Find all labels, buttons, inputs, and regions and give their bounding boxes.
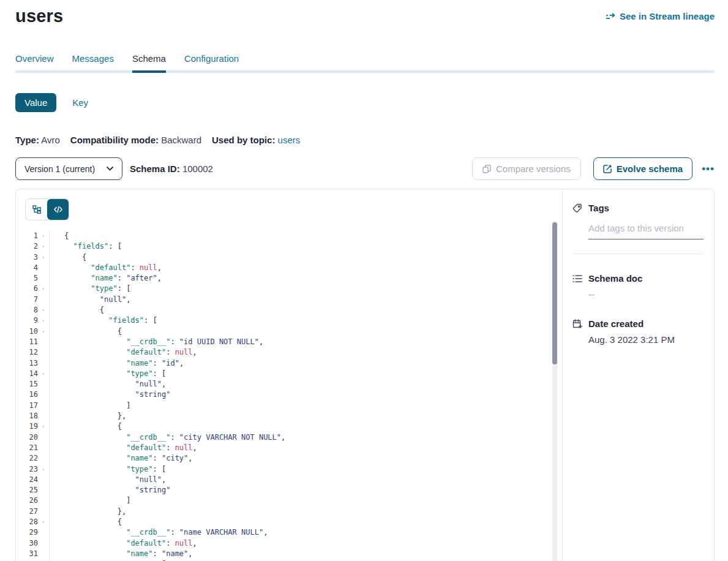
tab-configuration[interactable]: Configuration [184,53,239,70]
code-line: 10▾ { [16,326,562,337]
line-number: 6 [16,284,38,294]
code-text: { [50,231,69,241]
fold-toggle-icon[interactable]: ▾ [38,252,50,263]
line-number: 27 [16,506,38,517]
code-text: "default": null, [50,538,197,549]
line-number: 24 [16,475,38,485]
code-line: 5 "name": "after", [16,273,562,284]
fold-gutter [38,273,50,284]
line-number: 7 [16,295,38,305]
code-line: 8▾ { [16,305,562,315]
tab-bar: OverviewMessagesSchemaConfiguration [15,53,715,73]
meta-label: Type: [15,135,39,145]
fold-gutter [38,432,50,443]
stream-lineage-label: See in Stream lineage [620,11,715,21]
code-line: 31 "name": "name", [16,549,562,559]
code-line: 24 "null", [16,475,562,485]
line-number: 19 [16,421,38,432]
line-number: 28 [16,517,38,527]
version-select[interactable]: Version 1 (current) [15,157,122,180]
key-toggle-link[interactable]: Key [72,97,88,108]
tags-title: Tags [588,203,609,213]
code-text: { [50,305,104,315]
fold-gutter [38,337,50,347]
version-toolbar: Version 1 (current) Schema ID: 100002 Co… [15,157,715,180]
code-view-icon [54,206,62,213]
fold-toggle-icon[interactable]: ▾ [38,241,50,252]
tag-icon [572,203,582,213]
evolve-schema-button[interactable]: Evolve schema [593,157,692,180]
code-text: "fields": [ [50,241,122,252]
date-created-value: Aug. 3 2022 3:21 PM [588,334,703,345]
fold-toggle-icon[interactable]: ▾ [38,369,50,379]
code-text: "__crdb__": "name VARCHAR NULL", [50,527,268,538]
code-text: { [50,517,122,527]
code-line: 6▾ "type": [ [16,284,562,294]
schema-id: Schema ID: 100002 [130,164,213,174]
code-text: "null", [50,295,130,305]
code-line: 19▾ { [16,421,562,432]
topic-link[interactable]: users [275,135,300,145]
fold-gutter [38,390,50,400]
tab-messages[interactable]: Messages [72,53,114,70]
line-number: 9 [16,315,38,326]
code-text: "type": [ [50,369,166,379]
code-text: }, [50,411,126,421]
fold-toggle-icon[interactable]: ▾ [38,326,50,337]
code-text: "__crdb__": "city VARCHAR NOT NULL", [50,432,285,443]
line-number: 20 [16,432,38,443]
value-toggle-button[interactable]: Value [15,93,56,112]
code-text: "default": null, [50,347,197,358]
page-title: users [15,6,63,26]
tree-view-toggle-button[interactable] [26,199,47,220]
stream-lineage-link[interactable]: See in Stream lineage [606,11,715,21]
compare-versions-button[interactable]: Compare versions [472,157,581,180]
fold-toggle-icon[interactable]: ▾ [38,464,50,475]
schema-detail-card: 1▾{2▾ "fields": [3▾ {4 "default": null,5… [15,189,715,561]
code-line: 7 "null", [16,295,562,305]
code-text: "string" [50,485,170,495]
fold-gutter [38,475,50,485]
tab-overview[interactable]: Overview [15,53,54,70]
fold-gutter [38,506,50,517]
code-line: 14▾ "type": [ [16,369,562,379]
fold-toggle-icon[interactable]: ▾ [38,517,50,527]
edit-icon [603,165,612,173]
calendar-plus-icon [572,319,582,329]
meta-compatibility-mode: Compatibility mode: Backward [70,135,201,145]
tags-input[interactable] [588,223,704,239]
code-text: "null", [50,379,166,390]
meta-type: Type: Avro [15,135,60,145]
fold-toggle-icon[interactable]: ▾ [38,284,50,294]
line-number: 5 [16,273,38,284]
code-line: 22 "name": "city", [16,453,562,464]
line-number: 1 [16,231,38,241]
chevron-down-icon [107,167,113,171]
editor-scrollbar[interactable] [552,221,557,561]
schema-editor-panel: 1▾{2▾ "fields": [3▾ {4 "default": null,5… [16,189,562,561]
fold-gutter [38,538,50,549]
scrollbar-thumb[interactable] [552,222,557,364]
tab-schema[interactable]: Schema [132,53,166,70]
fold-gutter [38,527,50,538]
fold-toggle-icon[interactable]: ▾ [38,305,50,315]
meta-value: Backward [159,135,201,145]
fold-gutter [38,295,50,305]
line-number: 15 [16,379,38,390]
fold-toggle-icon[interactable]: ▾ [38,315,50,326]
line-number: 11 [16,337,38,347]
code-view-toggle-button[interactable] [47,199,69,220]
line-number: 31 [16,549,38,559]
fold-toggle-icon[interactable]: ▾ [38,421,50,432]
schema-metadata-sidebar: Tags Schema doc -- Dat [562,189,714,561]
line-number: 21 [16,443,38,453]
more-menu-button[interactable]: ••• [702,163,715,175]
value-key-toggle: Value Key [15,93,715,112]
line-number: 25 [16,485,38,495]
code-line: 3▾ { [16,252,562,263]
code-line: 25 "string" [16,485,562,495]
code-text: { [50,252,86,263]
fold-toggle-icon[interactable]: ▾ [38,231,50,241]
fold-gutter [38,347,50,358]
code-text: "fields": [ [50,315,157,326]
